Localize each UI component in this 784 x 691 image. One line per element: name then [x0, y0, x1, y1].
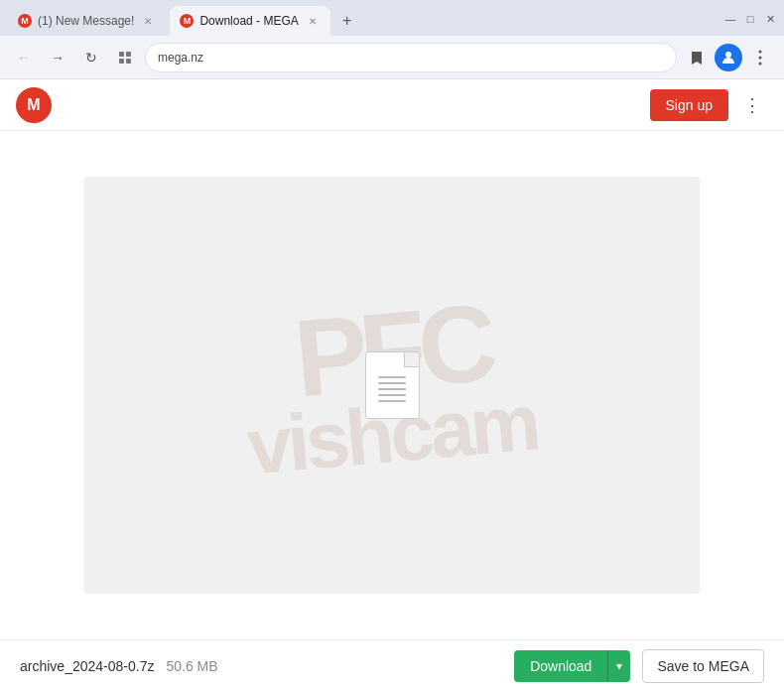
nav-bar: ← → ↻ mega.nz	[0, 36, 784, 79]
download-button[interactable]: Download	[514, 650, 607, 682]
svg-rect-1	[126, 52, 131, 57]
preview-container: PFC vishcam	[84, 177, 700, 594]
download-button-group: Download ▾	[514, 650, 630, 682]
tab-mega-label: Download - MEGA	[199, 14, 298, 28]
title-bar: M (1) New Message! ✕ M Download - MEGA ✕…	[0, 0, 784, 36]
file-line-2	[378, 382, 406, 384]
file-line-3	[378, 388, 406, 390]
download-dropdown-button[interactable]: ▾	[607, 650, 630, 682]
file-icon-lines	[378, 376, 406, 402]
extensions-button[interactable]	[111, 44, 139, 71]
bottom-bar: archive_2024-08-0.7z 50.6 MB Download ▾ …	[0, 639, 784, 691]
window-controls: — □ ✕	[724, 13, 776, 29]
file-line-1	[378, 376, 406, 378]
gmail-favicon: M	[18, 14, 32, 28]
maximize-button[interactable]: □	[744, 13, 756, 25]
page-content: M Sign up ⋮ PFC vishcam	[0, 79, 784, 691]
svg-point-6	[759, 56, 762, 59]
mega-header: M Sign up ⋮	[0, 79, 784, 131]
tab-gmail[interactable]: M (1) New Message! ✕	[8, 6, 166, 36]
mega-favicon-tab: M	[180, 14, 194, 28]
svg-point-5	[759, 50, 762, 53]
address-text: mega.nz	[158, 51, 664, 65]
back-button[interactable]: ←	[10, 44, 38, 71]
main-content: PFC vishcam	[0, 131, 784, 639]
file-line-4	[378, 394, 406, 396]
svg-point-7	[759, 62, 762, 65]
file-name: archive_2024-08-0.7z	[20, 658, 154, 674]
nav-icons	[683, 44, 774, 71]
svg-rect-0	[119, 52, 124, 57]
close-button[interactable]: ✕	[764, 13, 776, 25]
mega-logo[interactable]: M	[16, 87, 52, 123]
tab-gmail-label: (1) New Message!	[38, 14, 134, 28]
file-line-5	[378, 400, 406, 402]
tab-gmail-close[interactable]: ✕	[140, 13, 156, 29]
svg-rect-2	[119, 59, 124, 64]
file-size: 50.6 MB	[166, 658, 217, 674]
new-tab-button[interactable]: +	[334, 8, 360, 34]
header-menu-button[interactable]: ⋮	[736, 89, 768, 121]
tab-mega[interactable]: M Download - MEGA ✕	[170, 6, 329, 36]
dropdown-arrow-icon: ▾	[616, 659, 622, 673]
signup-button[interactable]: Sign up	[650, 89, 728, 121]
forward-button[interactable]: →	[44, 44, 71, 71]
browser-window: M (1) New Message! ✕ M Download - MEGA ✕…	[0, 0, 784, 691]
minimize-button[interactable]: —	[724, 13, 736, 25]
svg-rect-3	[126, 59, 131, 64]
file-icon	[365, 351, 420, 419]
reload-button[interactable]: ↻	[77, 44, 105, 71]
more-options-button[interactable]	[746, 44, 774, 71]
save-to-mega-button[interactable]: Save to MEGA	[642, 649, 764, 683]
bookmark-button[interactable]	[683, 44, 711, 71]
profile-button[interactable]	[715, 44, 742, 71]
tab-mega-close[interactable]: ✕	[305, 13, 321, 29]
svg-point-4	[725, 52, 731, 58]
address-bar[interactable]: mega.nz	[145, 43, 677, 72]
